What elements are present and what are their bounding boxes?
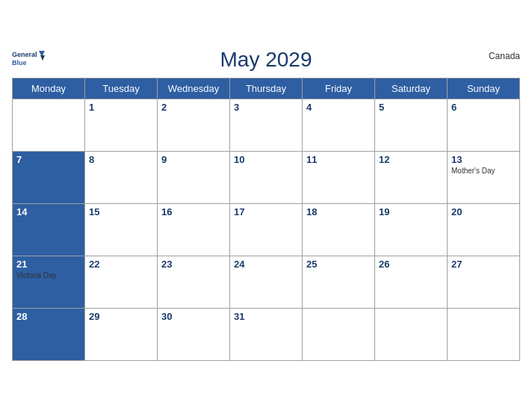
event-label: Victoria Day [16, 271, 81, 279]
week-row-3: 14151617181920 [13, 203, 520, 256]
calendar-cell: 25 [303, 256, 375, 308]
day-number: 17 [234, 206, 298, 217]
day-number: 21 [16, 259, 81, 270]
calendar-cell: 5 [375, 99, 448, 151]
week-row-1: 123456 [13, 99, 520, 151]
general-blue-logo: General Blue [12, 48, 45, 69]
day-number: 16 [161, 206, 226, 217]
calendar-header: General Blue May 2029 Canada [12, 48, 520, 72]
calendar-cell: 24 [230, 256, 303, 308]
day-number: 11 [306, 154, 371, 165]
day-number: 23 [161, 259, 226, 270]
day-number: 2 [161, 102, 226, 113]
day-number: 18 [306, 206, 371, 217]
calendar-cell [448, 308, 520, 360]
day-number: 22 [89, 259, 153, 270]
calendar-cell: 6 [448, 99, 520, 151]
day-number: 29 [89, 311, 153, 322]
calendar-cell: 9 [158, 151, 230, 203]
calendar-cell: 14 [13, 203, 85, 256]
day-number: 6 [451, 102, 516, 113]
day-number: 5 [379, 102, 443, 113]
country-label: Canada [489, 51, 520, 61]
header-tuesday: Tuesday [85, 78, 158, 99]
day-number: 31 [234, 311, 298, 322]
header-sunday: Sunday [448, 78, 520, 99]
day-number: 13 [451, 154, 516, 165]
day-number: 8 [89, 154, 153, 165]
day-number: 20 [451, 206, 516, 217]
svg-text:General: General [12, 51, 37, 58]
calendar-cell [303, 308, 375, 360]
calendar-cell: 19 [375, 203, 448, 256]
calendar-cell: 26 [375, 256, 448, 308]
calendar-cell: 23 [158, 256, 230, 308]
calendar-cell [375, 308, 448, 360]
calendar-cell: 22 [85, 256, 158, 308]
calendar-cell: 12 [375, 151, 448, 203]
day-number: 19 [379, 206, 443, 217]
day-number: 24 [234, 259, 298, 270]
calendar-cell: 31 [230, 308, 303, 360]
calendar-table: Monday Tuesday Wednesday Thursday Friday… [12, 78, 520, 361]
event-label: Mother's Day [451, 167, 516, 175]
calendar-cell: 8 [85, 151, 158, 203]
calendar-cell: 4 [303, 99, 375, 151]
week-row-5: 28293031 [13, 308, 520, 360]
header-friday: Friday [303, 78, 375, 99]
svg-marker-3 [40, 55, 45, 61]
calendar-cell: 21Victoria Day [13, 256, 85, 308]
calendar-body: 12345678910111213Mother's Day14151617181… [13, 99, 520, 360]
calendar-cell: 27 [448, 256, 520, 308]
calendar-cell: 13Mother's Day [448, 151, 520, 203]
day-number: 27 [451, 259, 516, 270]
day-number: 14 [16, 206, 81, 217]
day-number: 28 [16, 311, 81, 322]
calendar-cell: 30 [158, 308, 230, 360]
calendar-cell: 28 [13, 308, 85, 360]
day-number: 25 [306, 259, 371, 270]
week-row-4: 21Victoria Day222324252627 [13, 256, 520, 308]
calendar-cell: 10 [230, 151, 303, 203]
day-number: 26 [379, 259, 443, 270]
month-title: May 2029 [220, 48, 312, 72]
day-number: 4 [306, 102, 371, 113]
header-thursday: Thursday [230, 78, 303, 99]
day-number: 7 [16, 154, 81, 165]
calendar-cell: 15 [85, 203, 158, 256]
header-monday: Monday [13, 78, 85, 99]
logo-area: General Blue [12, 48, 45, 69]
calendar-cell: 1 [85, 99, 158, 151]
day-number: 9 [161, 154, 226, 165]
day-number: 1 [89, 102, 153, 113]
calendar-cell: 3 [230, 99, 303, 151]
calendar-cell: 18 [303, 203, 375, 256]
day-number: 15 [89, 206, 153, 217]
svg-text:Blue: Blue [12, 59, 27, 67]
calendar-container: General Blue May 2029 Canada Monday Tues… [0, 39, 532, 373]
calendar-cell: 29 [85, 308, 158, 360]
calendar-cell: 16 [158, 203, 230, 256]
day-number: 12 [379, 154, 443, 165]
calendar-cell: 7 [13, 151, 85, 203]
day-number: 10 [234, 154, 298, 165]
day-number: 30 [161, 311, 226, 322]
calendar-cell: 20 [448, 203, 520, 256]
calendar-cell [13, 99, 85, 151]
header-wednesday: Wednesday [158, 78, 230, 99]
weekday-header-row: Monday Tuesday Wednesday Thursday Friday… [13, 78, 520, 99]
week-row-2: 78910111213Mother's Day [13, 151, 520, 203]
calendar-cell: 17 [230, 203, 303, 256]
calendar-cell: 2 [158, 99, 230, 151]
day-number: 3 [234, 102, 298, 113]
calendar-cell: 11 [303, 151, 375, 203]
header-saturday: Saturday [375, 78, 448, 99]
